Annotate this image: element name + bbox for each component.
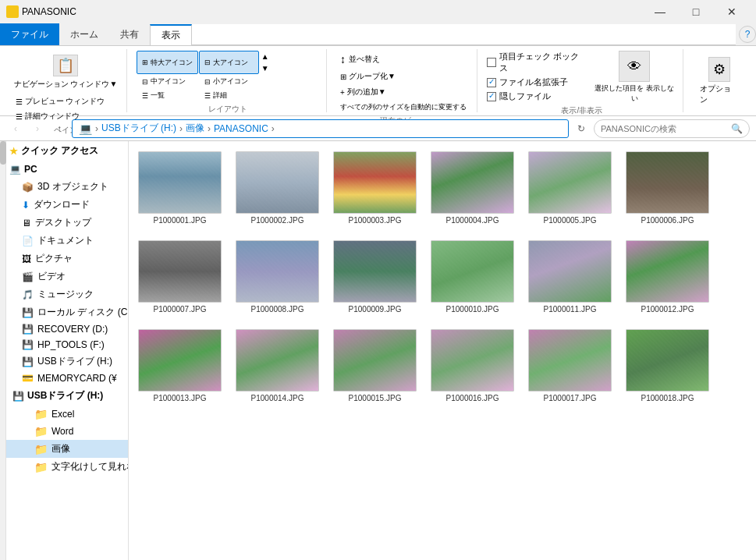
- refresh-button[interactable]: ↻: [572, 119, 591, 138]
- help-button[interactable]: ?: [739, 26, 756, 43]
- up-button[interactable]: ↑: [50, 119, 69, 138]
- sidebar-pc[interactable]: 💻 PC: [6, 161, 128, 178]
- tab-view[interactable]: 表示: [150, 24, 192, 45]
- thumbnail-label-3: P1000003.JPG: [334, 216, 416, 225]
- sidebar-usb-drive[interactable]: 💾 USBドライブ (H:): [6, 386, 128, 406]
- nav-pane-button[interactable]: 📋 ナビゲーション ウィンドウ▼: [10, 51, 122, 94]
- forward-button[interactable]: ›: [28, 119, 47, 138]
- sidebar-scrollbar-thumb[interactable]: [0, 141, 6, 165]
- nav-pane-label: ナビゲーション ウィンドウ▼: [14, 79, 118, 90]
- thumbnail-item-18[interactable]: P1000018.JPG: [623, 325, 712, 406]
- hidden-checkbox[interactable]: [487, 92, 496, 101]
- address-path[interactable]: 💻 › USBドライブ (H:) › 画像 › PANASONIC ›: [72, 119, 569, 138]
- sidebar-item-hp-tools[interactable]: 💾 HP_TOOLS (F:): [6, 337, 128, 353]
- column-add-button[interactable]: + 列の追加▼: [335, 85, 472, 99]
- thumbnail-label-2: P1000002.JPG: [236, 216, 318, 225]
- thumbnail-image-8: [236, 240, 319, 303]
- sidebar-item-recovery-d[interactable]: 💾 RECOVERY (D:): [6, 321, 128, 337]
- options-area: ⚙ オプション: [693, 51, 745, 111]
- thumbnail-item-6[interactable]: P1000006.JPG: [623, 147, 712, 229]
- sidebar-item-pictures[interactable]: 🖼 ピクチャ: [6, 250, 128, 268]
- thumbnail-item-2[interactable]: P1000002.JPG: [232, 147, 322, 229]
- close-button[interactable]: ✕: [714, 0, 750, 23]
- pc-icon: 💻: [9, 164, 21, 175]
- title-bar: PANASONIC — □ ✕: [0, 0, 756, 23]
- tab-home[interactable]: ホーム: [59, 23, 109, 45]
- nav-pane-icon: 📋: [53, 55, 78, 76]
- small-icon-btn[interactable]: ⊟ 小アイコン: [199, 75, 259, 88]
- sidebar-container: ★ クイック アクセス 💻 PC 📦 3D オブジェクト ⬇ ダウンロード 🖥 …: [0, 141, 129, 560]
- thumbnail-item-14[interactable]: P1000014.JPG: [232, 325, 322, 406]
- hidden-checkbox-row[interactable]: 隠しファイル: [487, 90, 586, 102]
- sidebar-item-3dobjects[interactable]: 📦 3D オブジェクト: [6, 178, 128, 196]
- selected-hidden-label: 選択した項目を 表示しない: [592, 83, 676, 104]
- thumbnail-item-10[interactable]: P1000010.JPG: [428, 236, 517, 317]
- auto-size-button[interactable]: すべての列のサイズを自動的に変更する: [335, 101, 472, 114]
- thumbnail-item-11[interactable]: P1000011.JPG: [525, 236, 615, 317]
- thumbnail-item-12[interactable]: P1000012.JPG: [623, 236, 712, 317]
- detail-view-btn[interactable]: ☰ 詳細: [199, 89, 259, 102]
- large-icon-btn[interactable]: ⊟ 大アイコン: [199, 51, 259, 74]
- thumbnail-item-13[interactable]: P1000013.JPG: [135, 325, 225, 406]
- thumbnail-item-7[interactable]: P1000007.JPG: [135, 236, 225, 317]
- sidebar-item-memorycard[interactable]: 💳 MEMORYCARD (¥: [6, 370, 128, 386]
- thumbnail-label-17: P1000017.JPG: [529, 394, 611, 402]
- thumbnail-item-5[interactable]: P1000005.JPG: [525, 147, 615, 229]
- thumbnail-image-7: [138, 240, 222, 303]
- thumbnail-item-9[interactable]: P1000009.JPG: [330, 236, 420, 317]
- sidebar-item-downloads[interactable]: ⬇ ダウンロード: [6, 196, 128, 214]
- sidebar-scrollbar-track[interactable]: [0, 141, 6, 560]
- sidebar-item-local-c[interactable]: 💾 ローカル ディスク (C:): [6, 303, 128, 321]
- path-usb[interactable]: USBドライブ (H:): [101, 122, 176, 135]
- sort-button[interactable]: ↕ 並べ替え: [335, 51, 472, 68]
- thumbnail-item-1[interactable]: P1000001.JPG: [135, 147, 225, 229]
- search-box[interactable]: 🔍: [594, 119, 750, 138]
- layout-arrow[interactable]: ▲ ▼: [260, 51, 320, 74]
- sidebar-quick-access[interactable]: ★ クイック アクセス: [6, 141, 128, 161]
- item-checkbox[interactable]: [487, 58, 496, 67]
- item-checkbox-row[interactable]: 項目チェック ボックス: [487, 51, 586, 74]
- thumbnail-item-15[interactable]: P1000015.JPG: [330, 325, 420, 406]
- path-panasonic[interactable]: PANASONIC: [214, 123, 268, 134]
- thumbnail-item-4[interactable]: P1000004.JPG: [428, 147, 517, 229]
- thumbnail-item-16[interactable]: P1000016.JPG: [428, 325, 517, 406]
- preview-icon: ☰: [16, 97, 23, 106]
- thumbnail-item-8[interactable]: P1000008.JPG: [232, 236, 322, 317]
- sidebar-item-music[interactable]: 🎵 ミュージック: [6, 285, 128, 303]
- thumbnail-image-4: [431, 151, 514, 214]
- path-images[interactable]: 画像: [186, 122, 204, 135]
- sidebar-item-desktop[interactable]: 🖥 デスクトップ: [6, 214, 128, 232]
- options-button[interactable]: ⚙ オプション: [693, 53, 745, 109]
- current-view-controls: ↕ 並べ替え ⊞ グループ化▼ + 列の追加▼ すべての列のサイズを自動的に変更…: [335, 51, 472, 114]
- maximize-button[interactable]: □: [678, 0, 714, 23]
- extra-large-icon-btn[interactable]: ⊞ 特大アイコン: [137, 51, 198, 74]
- sidebar-item-usb-h[interactable]: 💾 USBドライブ (H:): [6, 353, 128, 370]
- minimize-button[interactable]: —: [642, 0, 678, 23]
- ribbon-group-pane: 📋 ナビゲーション ウィンドウ▼ ☰ プレビュー ウィンドウ ☰ 詳細ウィンドウ…: [5, 49, 127, 112]
- sidebar-item-videos[interactable]: 🎬 ビデオ: [6, 268, 128, 285]
- sidebar-item-documents[interactable]: 📄 ドキュメント: [6, 232, 128, 250]
- search-input[interactable]: [601, 124, 731, 133]
- sidebar-item-images[interactable]: 📁 画像: [6, 440, 128, 458]
- ribbon-group-show-hide: 項目チェック ボックス ファイル名拡張子 隠しファイル 👁 選択した項目を 表示…: [481, 49, 683, 112]
- sidebar-item-mojibake[interactable]: 📁 文字化けして見れない: [6, 458, 128, 476]
- ribbon-content: 📋 ナビゲーション ウィンドウ▼ ☰ プレビュー ウィンドウ ☰ 詳細ウィンドウ…: [0, 45, 756, 115]
- tab-file[interactable]: ファイル: [0, 23, 59, 45]
- title-bar-folder-icon: [6, 5, 19, 18]
- extension-checkbox-row[interactable]: ファイル名拡張子: [487, 76, 586, 88]
- preview-pane-button[interactable]: ☰ プレビュー ウィンドウ: [10, 94, 111, 108]
- sidebar-item-excel[interactable]: 📁 Excel: [6, 406, 128, 423]
- mojibake-folder-icon: 📁: [34, 461, 48, 473]
- medium-icon-btn[interactable]: ⊟ 中アイコン: [137, 75, 198, 88]
- tab-share[interactable]: 共有: [109, 23, 150, 45]
- thumbnail-label-5: P1000005.JPG: [529, 216, 611, 225]
- thumbnail-item-17[interactable]: P1000017.JPG: [525, 325, 615, 406]
- sidebar-item-word[interactable]: 📁 Word: [6, 423, 128, 440]
- column-add-icon: +: [340, 88, 345, 97]
- layout-controls: ⊞ 特大アイコン ⊟ 大アイコン ▲ ▼ ⊟ 中アイコン ⊟: [137, 51, 320, 102]
- thumbnail-item-3[interactable]: P1000003.JPG: [330, 147, 420, 229]
- extension-checkbox[interactable]: [487, 78, 496, 87]
- list-view-btn[interactable]: ☰ 一覧: [137, 89, 198, 102]
- group-button[interactable]: ⊞ グループ化▼: [335, 69, 472, 83]
- back-button[interactable]: ‹: [6, 119, 25, 138]
